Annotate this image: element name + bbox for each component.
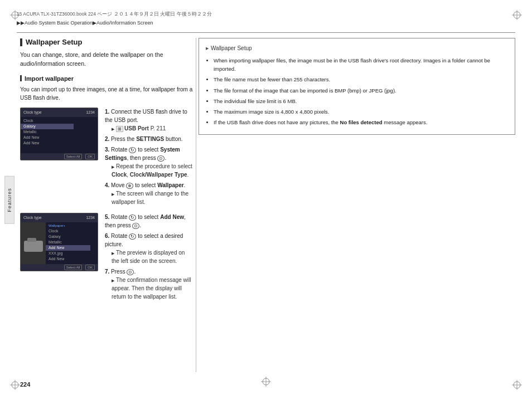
step-4-num: 4.	[105, 182, 109, 188]
screen1-header-left: Clock type	[23, 110, 42, 114]
screen2-preview	[21, 222, 46, 271]
header: 15 ACURA TLX-31TZ36000.book 224 ページ ２０１４…	[17, 11, 515, 33]
steps-list-part2: 5. Rotate ↻ to select Add New, then pres…	[105, 213, 193, 301]
screen2-btn-select-all: Select All	[64, 265, 83, 270]
steps-1-4: 1. Connect the USB flash drive to the US…	[105, 108, 193, 208]
screen2-item-4: Add New	[46, 245, 90, 251]
step-7: 7. Press ⊙. The confirmation message wil…	[105, 267, 193, 301]
column-divider	[196, 38, 196, 372]
left-column: Wallpaper Setup You can change, store, a…	[20, 38, 193, 303]
header-divider	[17, 32, 515, 33]
main-content: Wallpaper Setup You can change, store, a…	[20, 38, 515, 372]
step-2: 2. Press the SETTINGS button.	[105, 135, 193, 143]
screen2-header-right: 1234	[86, 216, 95, 219]
car-preview-image	[24, 241, 43, 252]
bullet-5: The maximum image size is 4,800 x 4,800 …	[214, 108, 508, 116]
step-7-sub: The confirmation message will appear. Th…	[112, 276, 193, 301]
right-col-bullets: When importing wallpaper files, the imag…	[206, 56, 508, 126]
bullet-4: The individual file size limit is 6 MB.	[214, 97, 508, 105]
intro-text: You can change, store, and delete the wa…	[20, 51, 193, 69]
steps-container-2: Clock type 1234 Wallpaper+ Clock Galaxy …	[20, 213, 193, 303]
screen2-item-2: Galaxy	[46, 234, 90, 240]
screen-mockup-2: Clock type 1234 Wallpaper+ Clock Galaxy …	[20, 213, 98, 271]
steps-list-part1: 1. Connect the USB flash drive to the US…	[105, 108, 193, 206]
step-1: 1. Connect the USB flash drive to the US…	[105, 108, 193, 133]
subsection-title: Import wallpaper	[20, 75, 193, 82]
step-2-num: 2.	[105, 136, 109, 142]
step-5: 5. Rotate ↻ to select Add New, then pres…	[105, 213, 193, 230]
section-title-bar	[20, 38, 22, 46]
steps-5-7: 5. Rotate ↻ to select Add New, then pres…	[105, 213, 193, 303]
step-1-num: 1.	[105, 109, 109, 115]
screen2-btn-ok: OK	[85, 265, 95, 270]
step-3: 3. Rotate ↻ to select System Settings, t…	[105, 145, 193, 179]
sub-intro-text: You can import up to three images, one a…	[20, 85, 193, 102]
screen2-item-3: Metallic	[46, 240, 90, 245]
steps-container-1: Clock type 1234 Clock Galaxy Metallic Ad…	[20, 108, 193, 208]
screen-mockup-1: Clock type 1234 Clock Galaxy Metallic Ad…	[20, 108, 98, 160]
right-col-title: Wallpaper Setup	[206, 44, 508, 53]
breadcrumb: ▶▶Audio System Basic Operation▶Audio/Inf…	[17, 20, 515, 26]
screen2-item-5: XXX.jpg	[46, 251, 90, 256]
step-6: 6. Rotate ↻ to select a desired picture.…	[105, 232, 193, 265]
step-3-num: 3.	[105, 147, 109, 153]
header-meta: 15 ACURA TLX-31TZ36000.book 224 ページ ２０１４…	[17, 11, 515, 18]
step-6-sub: The preview is displayed on the left sid…	[112, 248, 193, 265]
bullet-6: If the USB flash drive does not have any…	[214, 118, 508, 126]
step-3-sub: Repeat the procedure to select Clock, Cl…	[112, 162, 193, 179]
screen1-btn-ok: OK	[85, 154, 95, 159]
step-6-num: 6.	[105, 233, 109, 239]
screen2-item-1: Clock	[46, 228, 90, 234]
section-title: Wallpaper Setup	[20, 38, 193, 46]
screen1-item-2: Galaxy	[21, 124, 74, 129]
screen2-body: Wallpaper+ Clock Galaxy Metallic Add New…	[21, 222, 98, 271]
step-1-sub: ⊞USB Port P. 211	[112, 124, 193, 133]
right-col-content: Wallpaper Setup When importing wallpaper…	[199, 38, 515, 135]
screen1-item-3: Metallic	[21, 129, 74, 135]
screen2-item-wallpaper: Wallpaper+	[46, 223, 90, 228]
screen2-list: Wallpaper+ Clock Galaxy Metallic Add New…	[46, 222, 90, 271]
right-column: Wallpaper Setup When importing wallpaper…	[199, 38, 515, 135]
screen2-header-left: Clock type	[23, 216, 42, 219]
screen1-footer: Select All OK	[21, 153, 98, 160]
screen1-btn-select-all: Select All	[64, 154, 83, 159]
page-number: 224	[20, 381, 30, 388]
screen1-item-4: Add New	[21, 135, 74, 140]
crosshair-bottom	[261, 377, 271, 388]
screen1-header: Clock type 1234	[21, 108, 98, 117]
step-4: 4. Move ⊕ to select Wallpaper. The scree…	[105, 181, 193, 206]
bullet-3: The file format of the image that can be…	[214, 86, 508, 95]
corner-mark-br	[512, 380, 522, 390]
subsection-bar	[20, 75, 22, 81]
corner-mark-bl	[10, 380, 20, 390]
step-5-num: 5.	[105, 214, 109, 220]
step-4-sub: The screen will change to the wallpaper …	[112, 189, 193, 206]
screen2-item-6: Add New	[46, 256, 90, 262]
subsection-title-text: Import wallpaper	[25, 75, 74, 82]
screen1-header-right: 1234	[86, 110, 95, 114]
section-title-text: Wallpaper Setup	[26, 38, 82, 46]
step-7-num: 7.	[105, 269, 109, 275]
screen1-item-5: Add New	[21, 140, 74, 146]
bullet-1: When importing wallpaper files, the imag…	[214, 56, 508, 73]
screen2-footer: Select All OK	[21, 264, 98, 271]
screen1-item-1: Clock	[21, 118, 74, 124]
screen2-header: Clock type 1234	[21, 213, 98, 222]
sidebar-label: Features	[4, 176, 14, 224]
bullet-2: The file name must be fewer than 255 cha…	[214, 75, 508, 84]
